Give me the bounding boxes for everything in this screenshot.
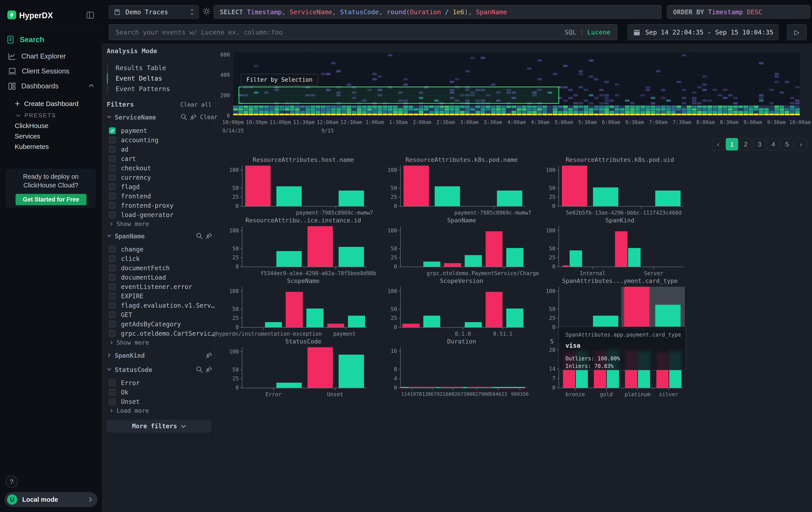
chart-plot[interactable]: 100502505e02b5fb-13ae-4296-bbbc-111f423c… (558, 166, 684, 207)
filter-option-flagd[interactable]: flagd (109, 183, 212, 191)
date-range-picker[interactable]: Sep 14 22:04:35 - Sep 15 10:04:35 (628, 24, 778, 40)
filter-show-more[interactable]: Show more (109, 220, 149, 227)
sidebar-item-kubernetes[interactable]: Kubernetes (15, 143, 49, 151)
pin-icon[interactable] (190, 113, 197, 121)
filter-option-documentfetch[interactable]: documentFetch (109, 264, 212, 272)
filter-option-flagd-evaluation-v1-serv-[interactable]: flagd.evaluation.v1.Serv… (109, 301, 212, 309)
chart-plot[interactable]: 10050250InternalServer (558, 226, 684, 267)
checkbox[interactable] (109, 202, 116, 209)
checkbox[interactable] (109, 312, 116, 318)
filter-load-more[interactable]: Load more (109, 407, 149, 414)
filter-option-checkout[interactable]: checkout (109, 164, 212, 172)
sidebar-item-clickhouse[interactable]: ClickHouse (15, 122, 49, 130)
checkbox[interactable] (109, 302, 116, 309)
checkbox[interactable] (109, 137, 116, 143)
analysis-mode-event-deltas[interactable]: Event Deltas (116, 75, 162, 82)
run-query-button[interactable]: ▷ (787, 24, 807, 40)
filter-option-get[interactable]: GET (109, 311, 212, 319)
pagination-prev[interactable]: ‹ (712, 138, 724, 151)
filter-show-more[interactable]: Show more (109, 339, 149, 346)
sidebar-item-services[interactable]: Services (15, 132, 40, 140)
filter-by-selection-button[interactable]: Filter by Selection (241, 74, 318, 85)
checkbox[interactable] (109, 389, 116, 396)
chart-plot[interactable]: 100502500.1.00.51.1 (400, 287, 525, 328)
checkbox[interactable] (109, 146, 116, 153)
filter-option-unset[interactable]: Unset (109, 397, 212, 406)
filter-section-servicename[interactable]: ServiceName (115, 114, 156, 121)
analysis-mode-results-table[interactable]: Results Table (116, 64, 166, 72)
checkbox[interactable] (109, 183, 116, 190)
filter-option-click[interactable]: click (109, 254, 212, 263)
sidebar-item-chart-explorer[interactable]: Chart Explorer (8, 52, 66, 61)
checkbox[interactable] (109, 246, 116, 253)
filter-option-ok[interactable]: Ok (109, 388, 212, 397)
checkbox[interactable] (109, 330, 116, 337)
chart-plot[interactable]: 10050250@hyperdx/instrumentation-excepti… (242, 287, 367, 328)
sidebar-item-search[interactable]: Search (7, 35, 44, 45)
chart-plot[interactable]: 1684011419781386792160026720002790058462… (400, 347, 525, 388)
checkbox[interactable] (109, 398, 116, 405)
pin-icon[interactable] (205, 232, 212, 240)
chart-plot[interactable]: 10050250payment-7985c8969c-mwmw7 (400, 166, 525, 207)
filter-option-load-generator[interactable]: load-generator (109, 211, 212, 219)
chart-plot[interactable]: 10050250f5344ec9-a1ea-4290-a62a-78f5bee8… (242, 226, 367, 267)
sidebar-collapse-icon[interactable] (86, 11, 94, 19)
chart-plot[interactable]: 10050250grpc.oteldemo.PaymentService/Cha… (400, 226, 525, 267)
pagination-page-5[interactable]: 5 (781, 138, 793, 151)
pagination-next[interactable]: › (795, 138, 807, 151)
help-button[interactable]: ? (5, 476, 18, 488)
chevron-down-icon[interactable] (107, 114, 112, 119)
checkbox[interactable] (109, 284, 116, 290)
chart-plot[interactable]: 10050250payment-7985c8969c-mwmw7 (242, 166, 367, 207)
filter-section-spankind[interactable]: SpanKind (115, 352, 145, 359)
more-filters-button[interactable]: More filters (107, 420, 211, 433)
filter-option-getadsbycategory[interactable]: getAdsByCategory (109, 320, 212, 328)
pin-icon[interactable] (205, 351, 212, 359)
filter-option-accounting[interactable]: accounting (109, 136, 212, 144)
checkbox[interactable] (109, 193, 116, 199)
filter-section-statuscode[interactable]: StatusCode (115, 366, 152, 374)
sql-select-input[interactable]: SELECT Timestamp, ServiceName, StatusCod… (214, 5, 662, 19)
search-input[interactable]: Search your events w/ Lucene ex. column:… (109, 24, 617, 40)
checkbox[interactable] (109, 174, 116, 181)
analysis-mode-event-patterns[interactable]: Event Patterns (116, 85, 170, 92)
filter-option-ad[interactable]: ad (109, 145, 212, 154)
checkbox[interactable] (109, 321, 116, 327)
create-dashboard-button[interactable]: Create Dashboard (15, 99, 79, 108)
filter-option-expire[interactable]: EXPIRE (109, 292, 212, 300)
pagination-page-2[interactable]: 2 (740, 138, 752, 151)
chart-plot[interactable]: 10050250ErrorUnset (242, 347, 367, 388)
sidebar-item-dashboards[interactable]: Dashboards (8, 81, 58, 91)
lang-toggle-sql[interactable]: SQL (564, 28, 576, 36)
chevron-right-icon[interactable] (107, 353, 112, 357)
clear-all-button[interactable]: Clear all (178, 101, 212, 108)
filter-option-cart[interactable]: cart (109, 155, 212, 163)
checkbox[interactable] (109, 380, 116, 386)
checkbox-checked[interactable] (109, 127, 116, 134)
filter-option-eventlistener-error[interactable]: eventListener.error (109, 282, 212, 291)
filter-option-frontend[interactable]: frontend (109, 192, 212, 200)
filter-option-frontend-proxy[interactable]: frontend-proxy (109, 201, 212, 210)
checkbox[interactable] (109, 274, 116, 281)
chevron-down-icon[interactable] (107, 233, 112, 238)
checkbox[interactable] (109, 265, 116, 271)
pin-icon[interactable] (205, 366, 212, 373)
checkbox[interactable] (109, 155, 116, 162)
filter-option-documentload[interactable]: documentLoad (109, 273, 212, 281)
order-by-input[interactable]: ORDER BY Timestamp DESC (667, 5, 810, 19)
filter-option-payment[interactable]: payment (109, 127, 212, 135)
checkbox[interactable] (109, 293, 116, 299)
search-icon[interactable] (196, 232, 203, 240)
filter-section-spanname[interactable]: SpanName (115, 233, 145, 240)
filter-option-change[interactable]: change (109, 245, 212, 253)
chevron-up-icon[interactable] (88, 84, 94, 87)
search-icon[interactable] (196, 366, 203, 373)
pagination-page-4[interactable]: 4 (767, 138, 780, 151)
pagination-page-3[interactable]: 3 (753, 138, 766, 151)
filter-option-error[interactable]: Error (109, 379, 212, 387)
pagination-page-1[interactable]: 1 (726, 138, 738, 151)
heatmap-canvas[interactable] (233, 53, 800, 116)
checkbox[interactable] (109, 212, 116, 218)
chevron-down-icon[interactable] (107, 367, 112, 372)
get-started-button[interactable]: Get Started for Free (16, 194, 86, 205)
